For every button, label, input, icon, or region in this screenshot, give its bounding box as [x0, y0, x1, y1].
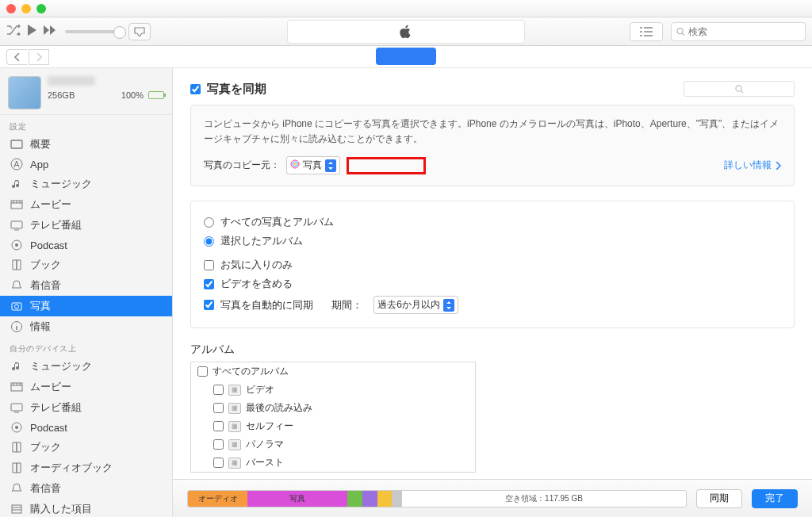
music-icon — [10, 360, 24, 373]
include-video-checkbox[interactable] — [204, 279, 214, 289]
sidebar-item-label: Podcast — [30, 239, 67, 251]
sidebar-device-item-ringtone[interactable]: 着信音 — [0, 478, 172, 499]
sidebar-device-item-audiobook[interactable]: オーディオブック — [0, 458, 172, 478]
album-checkbox[interactable] — [213, 403, 224, 413]
sidebar-item-ringtone[interactable]: 着信音 — [0, 275, 172, 296]
done-button[interactable]: 完了 — [752, 489, 798, 508]
movie-icon — [10, 381, 24, 393]
album-checkbox[interactable] — [213, 385, 224, 395]
sidebar-item-info[interactable]: 情報 — [0, 316, 172, 337]
sync-button[interactable]: 同期 — [696, 489, 742, 508]
sidebar-item-summary[interactable]: 概要 — [0, 134, 172, 155]
auto-sync-checkbox[interactable] — [204, 300, 214, 310]
transport-controls — [6, 24, 57, 39]
sync-options-panel: すべての写真とアルバム 選択したアルバム お気に入りのみ ビデオを含める 写真を… — [190, 201, 795, 328]
device-selector[interactable] — [376, 48, 436, 65]
sidebar-item-tv[interactable]: テレビ番組 — [0, 215, 172, 236]
album-item-all[interactable]: すべてのアルバム — [191, 362, 475, 381]
album-item[interactable]: ▦セルフィー — [191, 417, 475, 435]
sidebar-device-item-podcast[interactable]: Podcast — [0, 418, 172, 437]
album-checkbox[interactable] — [197, 366, 208, 377]
album-thumb-icon: ▦ — [228, 439, 241, 450]
radio-all-photos[interactable] — [204, 217, 214, 228]
forward-button[interactable] — [29, 49, 49, 65]
sidebar-device-item-tv[interactable]: テレビ番組 — [0, 397, 172, 418]
battery-percent: 100% — [121, 90, 144, 100]
book-icon — [10, 258, 24, 271]
sidebar-item-label: ムービー — [30, 380, 71, 394]
sidebar-item-label: 着信音 — [30, 481, 61, 496]
nav-bar — [0, 46, 812, 68]
copy-source-dropdown[interactable]: 写真 — [286, 156, 340, 174]
play-icon[interactable] — [25, 24, 38, 39]
window-titlebar — [0, 0, 812, 17]
sidebar-item-movie[interactable]: ムービー — [0, 194, 172, 215]
device-card: 256GB 100% — [0, 68, 172, 115]
album-checkbox[interactable] — [213, 458, 224, 468]
sidebar-section-mydevice: 自分のデバイス上 — [0, 337, 172, 356]
albums-list: すべてのアルバム ▦ビデオ▦最後の読み込み▦セルフィー▦パノラマ▦バースト — [190, 362, 476, 473]
favorites-only-checkbox[interactable] — [204, 260, 214, 270]
svg-rect-15 — [12, 505, 21, 513]
album-item[interactable]: ▦最後の読み込み — [191, 399, 475, 417]
airplay-button[interactable] — [128, 23, 151, 40]
storage-seg-yellow — [377, 491, 393, 507]
fast-forward-icon[interactable] — [43, 25, 57, 38]
podcast-icon — [10, 421, 24, 434]
global-search[interactable] — [671, 22, 806, 41]
storage-seg-gray — [392, 491, 402, 507]
svg-point-19 — [294, 163, 297, 166]
storage-seg-audio: オーディオ — [188, 491, 247, 507]
album-label: バースト — [246, 456, 284, 469]
sidebar-item-label: Podcast — [30, 422, 67, 434]
back-button[interactable] — [6, 49, 27, 65]
sidebar-device-item-movie[interactable]: ムービー — [0, 377, 172, 397]
album-thumb-icon: ▦ — [228, 385, 241, 396]
album-checkbox[interactable] — [213, 439, 224, 450]
storage-bar: オーディオ 写真 空き領域：117.95 GB — [187, 490, 687, 507]
info-icon — [10, 320, 24, 333]
close-window-button[interactable] — [6, 4, 16, 13]
album-item[interactable]: ▦ビデオ — [191, 381, 475, 399]
sidebar-item-book[interactable]: ブック — [0, 255, 172, 275]
svg-text:A: A — [13, 159, 20, 169]
sidebar-device-item-book[interactable]: ブック — [0, 437, 172, 458]
tv-icon — [10, 219, 24, 232]
minimize-window-button[interactable] — [21, 4, 31, 13]
sidebar-item-label: テレビ番組 — [30, 218, 82, 232]
shuffle-icon[interactable] — [6, 25, 21, 38]
album-item[interactable]: ▦パノラマ — [191, 435, 475, 454]
sidebar-item-label: 購入した項目 — [30, 502, 92, 516]
search-input[interactable] — [688, 26, 800, 37]
period-dropdown[interactable]: 過去6か月以内 — [373, 296, 458, 314]
panel-search[interactable] — [684, 81, 795, 97]
sidebar-device-item-music[interactable]: ミュージック — [0, 356, 172, 377]
radio-selected-albums[interactable] — [204, 236, 214, 247]
album-item[interactable]: ▦バースト — [191, 454, 475, 472]
album-checkbox[interactable] — [213, 421, 224, 431]
more-info-link[interactable]: 詳しい情報 — [724, 159, 781, 172]
sync-description: コンピュータから iPhone にコピーする写真を選択できます。iPhone の… — [204, 117, 781, 147]
sync-photos-checkbox[interactable] — [190, 84, 201, 94]
chevron-right-icon — [775, 162, 781, 170]
sidebar-device-item-purchased[interactable]: 購入した項目 — [0, 499, 172, 517]
volume-slider[interactable] — [65, 30, 121, 33]
album-thumb-icon: ▦ — [228, 421, 241, 432]
sidebar-item-music[interactable]: ミュージック — [0, 174, 172, 194]
sidebar-item-podcast[interactable]: Podcast — [0, 236, 172, 255]
purchased-icon — [10, 503, 24, 515]
storage-seg-green — [347, 491, 362, 507]
storage-seg-free: 空き領域：117.95 GB — [402, 491, 686, 507]
movie-icon — [10, 198, 24, 211]
sidebar-item-photo[interactable]: 写真 — [0, 296, 172, 316]
svg-point-7 — [15, 243, 18, 247]
svg-rect-1 — [11, 140, 22, 148]
album-thumb-icon: ▦ — [228, 403, 241, 414]
zoom-window-button[interactable] — [36, 4, 46, 13]
storage-seg-photo: 写真 — [247, 491, 347, 507]
albums-heading: アルバム — [190, 343, 795, 357]
main-toolbar — [0, 17, 812, 46]
list-view-button[interactable] — [630, 22, 663, 41]
sidebar-item-apps[interactable]: AApp — [0, 155, 172, 174]
photos-app-icon — [290, 159, 300, 171]
